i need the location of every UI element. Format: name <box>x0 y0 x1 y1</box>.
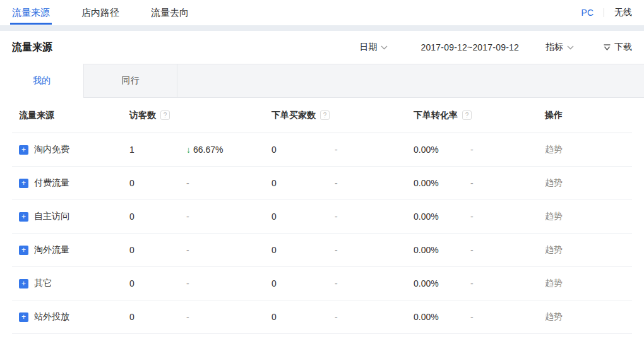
visitors-change: - <box>186 278 271 288</box>
nav-tab-traffic-destination[interactable]: 流量去向 <box>151 0 189 25</box>
download-icon <box>603 44 611 51</box>
tab-peers[interactable]: 同行 <box>84 64 177 98</box>
table-row: + 其它 0 - 0 - 0.00% - 趋势 <box>12 267 632 300</box>
header-visitors: 访客数 ? <box>129 110 271 121</box>
buyers-value: 0 <box>271 178 335 188</box>
visitors-change: - <box>186 211 271 222</box>
visitors-value: 0 <box>129 312 186 322</box>
chevron-down-icon <box>381 45 388 50</box>
table-body: + 淘内免费 1 ↓66.67% 0 - 0.00% - 趋势 + 付费流量 <box>12 133 632 334</box>
download-label: 下载 <box>614 42 632 53</box>
header-actions: 操作 <box>545 110 632 121</box>
page-title: 流量来源 <box>12 41 52 54</box>
help-icon[interactable]: ? <box>462 110 472 120</box>
table-row: + 淘外流量 0 - 0 - 0.00% - 趋势 <box>12 234 632 267</box>
trend-link[interactable]: 趋势 <box>545 211 563 221</box>
source-name-cell: + 站外投放 <box>12 311 129 323</box>
divider <box>604 8 604 17</box>
source-name: 淘内免费 <box>34 144 69 155</box>
expand-row-button[interactable]: + <box>19 212 28 222</box>
visitors-value: 0 <box>129 278 186 288</box>
download-button[interactable]: 下载 <box>603 42 632 53</box>
conversion-change: - <box>470 145 545 155</box>
date-range-value[interactable]: 2017-09-12~2017-09-12 <box>420 42 519 52</box>
actions-cell: 趋势 <box>545 144 632 155</box>
visitors-change: - <box>186 245 271 255</box>
source-name-cell: + 付费流量 <box>12 177 129 189</box>
actions-cell: 趋势 <box>545 244 632 256</box>
actions-cell: 趋势 <box>545 278 632 289</box>
nav-tab-instore-path[interactable]: 店内路径 <box>81 0 119 25</box>
expand-row-button[interactable]: + <box>19 179 28 188</box>
source-name: 其它 <box>34 278 52 289</box>
conversion-value: 0.00% <box>414 211 470 222</box>
table-row: + 淘内免费 1 ↓66.67% 0 - 0.00% - 趋势 <box>12 133 632 167</box>
trend-link[interactable]: 趋势 <box>545 311 563 321</box>
help-icon[interactable]: ? <box>160 110 170 120</box>
buyers-change: - <box>335 178 414 188</box>
buyers-value: 0 <box>271 245 335 255</box>
down-arrow-icon: ↓ <box>186 145 191 155</box>
buyers-value: 0 <box>271 312 335 322</box>
traffic-source-table: 流量来源 访客数 ? 下单买家数 ? 下单转化率 ? 操作 + 淘内免费 1 ↓… <box>0 98 644 334</box>
panel-header: 流量来源 日期 2017-09-12~2017-09-12 指标 下载 <box>0 31 644 64</box>
tab-mine[interactable]: 我的 <box>0 64 84 98</box>
source-name-cell: + 淘外流量 <box>12 244 129 256</box>
conversion-value: 0.00% <box>414 312 470 322</box>
buyers-change: - <box>335 245 414 255</box>
metric-dropdown[interactable]: 指标 <box>546 42 574 53</box>
buyers-value: 0 <box>271 211 335 222</box>
conversion-value: 0.00% <box>414 278 470 288</box>
conversion-value: 0.00% <box>414 145 470 155</box>
conversion-change: - <box>470 211 545 222</box>
date-dropdown[interactable]: 日期 <box>359 42 388 53</box>
source-name: 站外投放 <box>34 311 69 323</box>
chevron-down-icon <box>567 45 574 50</box>
expand-row-button[interactable]: + <box>19 279 28 288</box>
visitors-value: 0 <box>129 211 186 222</box>
top-navigation: 流量来源 店内路径 流量去向 PC 无线 <box>0 0 644 25</box>
header-order-buyers: 下单买家数 ? <box>271 110 414 121</box>
buyers-change: - <box>335 211 414 222</box>
expand-row-button[interactable]: + <box>19 246 28 255</box>
section-divider-band <box>0 25 644 31</box>
nav-tab-traffic-source[interactable]: 流量来源 <box>12 0 50 25</box>
buyers-change: - <box>335 278 414 288</box>
device-toggle-pc[interactable]: PC <box>581 8 593 18</box>
conversion-change: - <box>470 178 545 188</box>
date-dropdown-label: 日期 <box>359 42 377 53</box>
visitors-change: ↓66.67% <box>186 145 271 155</box>
help-icon[interactable]: ? <box>320 110 330 120</box>
expand-row-button[interactable]: + <box>19 312 28 322</box>
visitors-value: 0 <box>129 245 186 255</box>
visitors-value: 0 <box>129 178 186 188</box>
trend-link[interactable]: 趋势 <box>545 278 563 288</box>
buyers-value: 0 <box>271 278 335 288</box>
view-tabs: 我的 同行 <box>0 64 644 98</box>
conversion-value: 0.00% <box>414 245 470 255</box>
conversion-change: - <box>470 278 545 288</box>
toolbar-controls: 日期 2017-09-12~2017-09-12 指标 下载 <box>359 42 632 53</box>
conversion-change: - <box>470 312 545 322</box>
table-row: + 站外投放 0 - 0 - 0.00% - 趋势 <box>12 300 632 334</box>
trend-link[interactable]: 趋势 <box>545 177 563 187</box>
table-header-row: 流量来源 访客数 ? 下单买家数 ? 下单转化率 ? 操作 <box>12 98 632 133</box>
visitors-value: 1 <box>129 145 186 155</box>
expand-row-button[interactable]: + <box>19 145 28 155</box>
conversion-change: - <box>470 245 545 255</box>
visitors-change: - <box>186 178 271 188</box>
header-traffic-source: 流量来源 <box>12 110 129 121</box>
visitors-change: - <box>186 312 271 322</box>
actions-cell: 趋势 <box>545 177 632 189</box>
source-name: 自主访问 <box>34 211 69 222</box>
device-toggle-wireless[interactable]: 无线 <box>614 7 632 18</box>
trend-link[interactable]: 趋势 <box>545 144 563 154</box>
conversion-value: 0.00% <box>414 178 470 188</box>
trend-link[interactable]: 趋势 <box>545 244 563 254</box>
source-name-cell: + 自主访问 <box>12 211 129 222</box>
actions-cell: 趋势 <box>545 211 632 222</box>
buyers-value: 0 <box>271 145 335 155</box>
source-name-cell: + 其它 <box>12 278 129 289</box>
source-name: 淘外流量 <box>34 244 69 256</box>
tabs-filler <box>177 64 644 98</box>
